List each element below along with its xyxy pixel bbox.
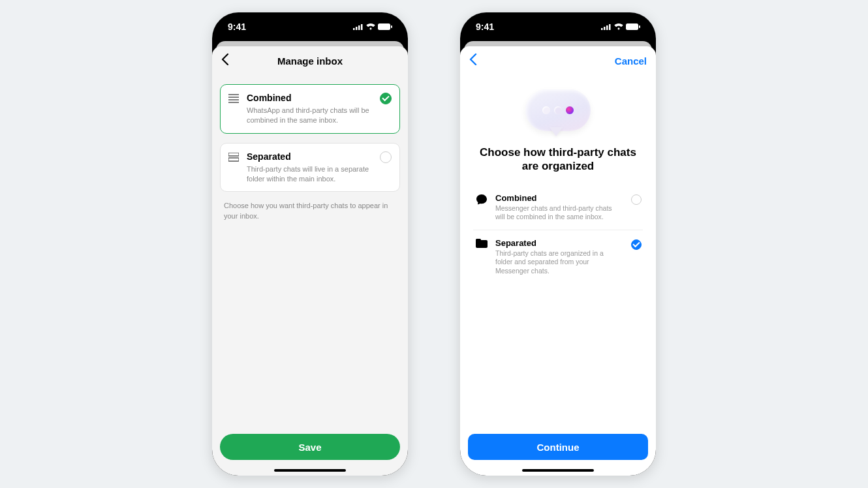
back-button[interactable] <box>221 53 229 68</box>
svg-rect-3 <box>361 24 363 30</box>
status-bar: 9:41 <box>212 12 408 41</box>
radio-selected-icon <box>631 239 642 250</box>
option-combined[interactable]: Combined Messenger chats and third-party… <box>473 185 643 230</box>
phone-messenger: 9:41 Cancel <box>460 12 656 476</box>
split-icon <box>228 153 239 162</box>
radio-unselected-icon <box>631 194 642 205</box>
radio-selected-icon <box>380 93 392 104</box>
svg-rect-1 <box>356 27 358 30</box>
option-separated-title: Separated <box>495 238 622 248</box>
organize-chats-modal: Cancel Choose how third-party chats are … <box>460 46 656 476</box>
hero-illustration: Choose how third-party chats are organiz… <box>468 75 648 179</box>
svg-rect-2 <box>358 25 360 30</box>
option-separated-title: Separated <box>247 151 373 162</box>
radio-unselected-icon <box>380 151 392 163</box>
option-combined-title: Combined <box>247 93 373 103</box>
signal-icon <box>601 23 612 30</box>
option-separated[interactable]: Separated Third-party chats will live in… <box>220 143 400 192</box>
nav-bar: Cancel <box>460 46 656 75</box>
nav-bar: Manage inbox <box>212 46 408 75</box>
wifi-icon <box>614 23 623 30</box>
option-separated[interactable]: Separated Third-party chats are organize… <box>473 230 643 284</box>
svg-rect-0 <box>353 28 355 30</box>
status-bar: 9:41 <box>460 12 656 41</box>
svg-rect-13 <box>604 27 606 30</box>
helper-text: Choose how you want third-party chats to… <box>220 192 400 230</box>
dot-icon <box>554 106 562 114</box>
home-indicator[interactable] <box>522 469 594 472</box>
continue-button[interactable]: Continue <box>468 434 648 460</box>
wifi-icon <box>366 23 375 30</box>
battery-icon <box>626 23 640 30</box>
svg-rect-14 <box>606 25 608 30</box>
speech-bubble-icon <box>522 87 594 140</box>
dot-icon <box>542 106 550 114</box>
battery-icon <box>378 23 392 30</box>
svg-rect-12 <box>601 28 603 30</box>
page-heading: Choose how third-party chats are organiz… <box>468 145 648 174</box>
option-combined[interactable]: Combined WhatsApp and third-party chats … <box>220 84 400 134</box>
svg-rect-4 <box>378 23 390 30</box>
svg-rect-15 <box>609 24 611 30</box>
dot-icon <box>566 106 574 114</box>
svg-rect-11 <box>228 158 239 161</box>
back-button[interactable] <box>469 53 477 68</box>
nav-title: Manage inbox <box>277 55 343 67</box>
option-separated-desc: Third-party chats will live in a separat… <box>247 164 373 184</box>
list-icon <box>228 94 239 103</box>
option-combined-title: Combined <box>495 193 622 203</box>
options-list: Combined Messenger chats and third-party… <box>468 179 648 284</box>
chevron-left-icon <box>469 53 477 65</box>
option-combined-desc: WhatsApp and third-party chats will be c… <box>247 106 373 125</box>
svg-rect-19 <box>476 239 481 241</box>
option-combined-desc: Messenger chats and third-party chats wi… <box>495 204 622 222</box>
phone-whatsapp: 9:41 Manage inbox Combined <box>212 12 408 476</box>
chevron-left-icon <box>221 53 229 65</box>
cancel-button[interactable]: Cancel <box>615 55 647 67</box>
status-indicators <box>353 23 392 30</box>
status-time: 9:41 <box>476 22 494 32</box>
status-indicators <box>601 23 640 30</box>
option-separated-desc: Third-party chats are organized in a fol… <box>495 249 622 276</box>
svg-rect-10 <box>228 153 239 156</box>
status-time: 9:41 <box>228 22 246 32</box>
signal-icon <box>353 23 364 30</box>
chat-bubble-icon <box>476 194 488 206</box>
save-button[interactable]: Save <box>220 434 400 460</box>
svg-rect-17 <box>639 25 640 28</box>
manage-inbox-modal: Manage inbox Combined WhatsApp and third… <box>212 46 408 476</box>
svg-rect-5 <box>391 25 392 28</box>
home-indicator[interactable] <box>274 469 346 472</box>
folder-icon <box>476 239 488 248</box>
svg-rect-16 <box>626 23 638 30</box>
